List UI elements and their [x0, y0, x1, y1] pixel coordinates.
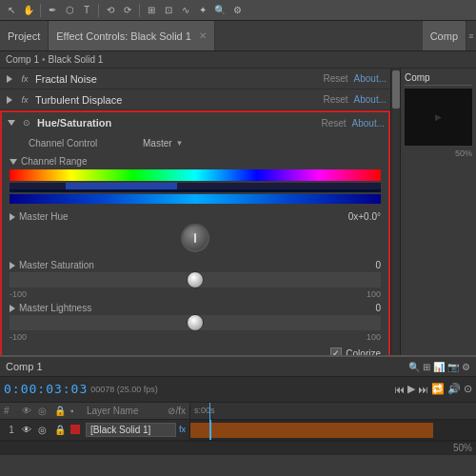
comp-side-tab[interactable]: Comp: [423, 21, 466, 50]
undo-icon[interactable]: ⟲: [103, 3, 118, 18]
preview-icon[interactable]: ⊡: [161, 3, 176, 18]
playhead-line-1: [209, 420, 211, 440]
tl-camera-icon[interactable]: 📷: [447, 362, 459, 372]
ec-tab-close[interactable]: ✕: [199, 30, 207, 41]
turbulent-about[interactable]: About...: [354, 94, 387, 105]
rainbow-bar-container: [10, 169, 381, 181]
colorize-checkbox-group[interactable]: ✓ Colorize: [330, 347, 381, 355]
hue-dial[interactable]: [181, 224, 209, 252]
wave-icon[interactable]: ∿: [178, 3, 193, 18]
toolbar-separator2: [98, 4, 99, 17]
layer-vis-icon-1[interactable]: 👁: [22, 425, 35, 435]
timeline-tracks: s:00s: [190, 403, 476, 441]
layer-fx-badge-1[interactable]: fx: [179, 425, 186, 434]
light-max-label: 100: [367, 332, 381, 342]
hue-sat-row[interactable]: ⊙ Hue/Saturation Reset About...: [2, 112, 388, 133]
layer-vis-header: 👁: [22, 406, 35, 416]
channel-control-arrow[interactable]: ▼: [176, 139, 184, 148]
master-light-label: Master Lightness: [19, 303, 375, 313]
turbulent-expand[interactable]: [4, 94, 15, 106]
master-hue-label: Master Hue: [19, 211, 348, 222]
tl-audio-icon[interactable]: 🔊: [447, 383, 461, 395]
layer-name-1[interactable]: [Black Solid 1]: [86, 423, 176, 437]
toolbar-separator: [40, 4, 41, 17]
tl-play-prev-icon[interactable]: ⏮: [394, 384, 405, 395]
sat-slider-track[interactable]: [10, 272, 381, 288]
arrow-tool-icon[interactable]: ↖: [4, 3, 19, 18]
blue-gradient-bar: [10, 194, 381, 204]
track-row-1[interactable]: [190, 420, 476, 441]
panel-menu-icon[interactable]: ≡: [468, 31, 473, 41]
shape-tool-icon[interactable]: ⬡: [62, 3, 77, 18]
sat-slider-thumb[interactable]: [187, 271, 204, 288]
turbulent-reset[interactable]: Reset: [323, 94, 347, 105]
layer-name-header: Layer Name: [87, 406, 165, 416]
channel-control-label: Channel Control: [29, 138, 143, 149]
comp-preview: ▶: [405, 89, 472, 146]
master-light-section: Master Lightness 0 -100 100: [2, 301, 388, 344]
turbulent-displace-row[interactable]: fx Turbulent Displace Reset About...: [0, 89, 390, 110]
zoom-label-side: 50%: [405, 149, 472, 158]
fractal-noise-expand[interactable]: [4, 73, 15, 85]
layer-solo-header: ◎: [38, 406, 51, 416]
layer-color-header: ▪: [70, 406, 84, 416]
tl-play-next-icon[interactable]: ⏭: [418, 384, 428, 395]
time-marker: s:00s: [194, 406, 215, 415]
hue-sat-expand[interactable]: [6, 117, 17, 129]
search-icon[interactable]: 🔍: [212, 3, 228, 18]
pen-tool-icon[interactable]: ✒: [45, 3, 60, 18]
layer-audio-icon-1[interactable]: ◎: [38, 425, 51, 435]
light-min-label: -100: [10, 332, 27, 342]
fractal-noise-reset[interactable]: Reset: [323, 73, 347, 84]
text-tool-icon[interactable]: T: [79, 3, 94, 18]
layer-row-1[interactable]: 1 👁 ◎ 🔒 [Black Solid 1] fx: [0, 420, 189, 441]
tl-grid-icon[interactable]: ⊞: [423, 362, 430, 372]
master-hue-row: Master Hue 0x+0.0°: [10, 211, 381, 222]
settings-icon[interactable]: ⚙: [229, 3, 245, 18]
channel-range-section: Channel Range: [2, 152, 388, 209]
comp-tab-label: Comp: [430, 30, 458, 42]
selection-bar-container: [10, 183, 381, 192]
main-toolbar: ↖ ✋ ✒ ⬡ T ⟲ ⟳ ⊞ ⊡ ∿ ✦ 🔍 ⚙: [0, 0, 476, 21]
colorize-row: ✓ Colorize: [2, 344, 388, 355]
master-hue-value: 0x+0.0°: [348, 211, 381, 222]
project-tab[interactable]: Project: [0, 21, 49, 50]
fractal-noise-about[interactable]: About...: [354, 73, 387, 84]
grid-icon[interactable]: ⊞: [144, 3, 159, 18]
channel-control-row: Channel Control Master ▼: [2, 133, 388, 152]
timecode-display[interactable]: 0:00:03:03: [4, 382, 88, 396]
tl-play-icon[interactable]: ▶: [407, 383, 415, 395]
light-slider-thumb[interactable]: [187, 314, 204, 331]
hue-sat-reset[interactable]: Reset: [321, 118, 346, 129]
comp-timeline-tab[interactable]: Comp 1: [6, 361, 43, 372]
comp-side-panel: Comp ▶ 50%: [400, 69, 476, 355]
zoom-area: 50%: [0, 441, 476, 455]
light-slider-track[interactable]: [10, 315, 381, 330]
colorize-label: Colorize: [346, 348, 381, 356]
rainbow-color-bar: [10, 169, 381, 181]
project-tab-label: Project: [8, 30, 40, 42]
layer-header-row: # 👁 ◎ 🔒 ▪ Layer Name ⊘/fx: [0, 403, 189, 420]
layer-lock-icon-1[interactable]: 🔒: [54, 425, 68, 435]
tl-loop-icon[interactable]: 🔁: [431, 383, 445, 395]
master-light-row: Master Lightness 0: [10, 303, 381, 313]
effects-scrollbar[interactable]: [390, 69, 400, 355]
tl-search-icon[interactable]: 🔍: [408, 362, 420, 372]
track-bar-1[interactable]: [190, 423, 433, 438]
ec-tab-label: Effect Controls: Black Solid 1: [56, 30, 191, 42]
tl-preview-icon[interactable]: ⊙: [464, 383, 472, 395]
tl-settings-icon[interactable]: ⚙: [462, 362, 470, 372]
orbit-tool-icon[interactable]: ✋: [21, 3, 36, 18]
tl-chart-icon[interactable]: 📊: [433, 362, 445, 372]
hue-sat-about[interactable]: About...: [352, 118, 385, 129]
fps-display: 00078 (25.00 fps): [90, 385, 158, 394]
scrollbar-thumb[interactable]: [392, 70, 400, 109]
fractal-noise-row[interactable]: fx Fractal Noise Reset About...: [0, 69, 390, 89]
redo-icon[interactable]: ⟳: [120, 3, 135, 18]
effect-controls-tab[interactable]: Effect Controls: Black Solid 1 ✕: [49, 21, 215, 50]
breadcrumb-part1: Comp 1: [6, 54, 39, 65]
comp-panel-title: Comp: [405, 72, 472, 86]
breadcrumb-part2: Black Solid 1: [49, 54, 104, 65]
colorize-checkbox[interactable]: ✓: [330, 347, 342, 355]
star-icon[interactable]: ✦: [195, 3, 210, 18]
